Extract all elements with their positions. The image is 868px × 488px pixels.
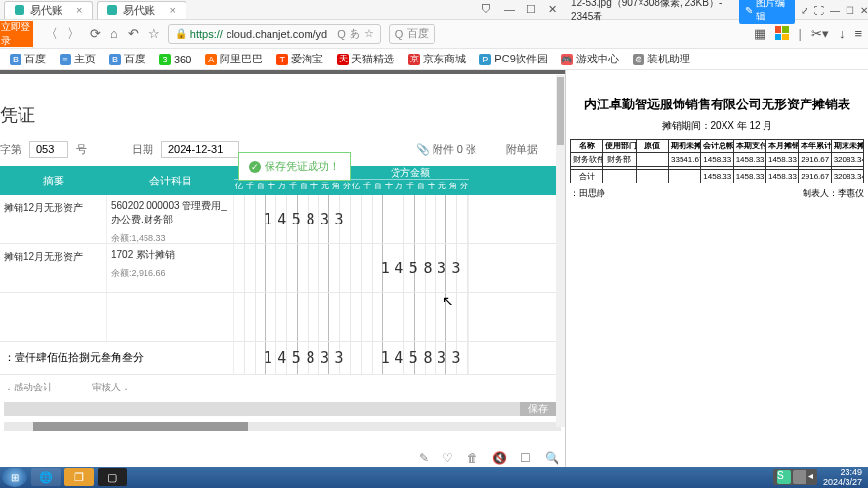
close-icon[interactable]: ×: [76, 4, 82, 16]
voucher-number-input[interactable]: [29, 141, 68, 158]
maximize-icon[interactable]: ☐: [526, 3, 536, 16]
horizontal-scrollbar[interactable]: [4, 422, 561, 431]
minimize-icon[interactable]: —: [830, 5, 840, 16]
taskbar-app-gallery[interactable]: ❐: [64, 468, 94, 486]
address-bar[interactable]: 🔒 https://cloud.chanjet.com/yd Q あ ☆: [168, 24, 381, 44]
tray-icon[interactable]: [793, 470, 806, 484]
screenshot-icon[interactable]: ✂▾: [811, 26, 829, 41]
viewer-filename: 12-53.jpg（907×308像素, 23KB）- 2345看: [571, 0, 733, 23]
foot-left: ：田思静: [570, 187, 605, 200]
apps-icon[interactable]: [775, 26, 789, 40]
total-debit-cell: 145833: [234, 342, 351, 374]
tray-group[interactable]: S ◂: [773, 469, 817, 485]
fullscreen-icon[interactable]: ⛶: [814, 5, 824, 16]
reload-icon[interactable]: ⟳: [90, 26, 101, 41]
start-button[interactable]: ⊞: [2, 468, 27, 487]
bookmark-item[interactable]: PPC9软件园: [479, 52, 547, 66]
vertical-scrollbar[interactable]: [556, 75, 565, 427]
foot-right: 制表人：李惠仪: [803, 187, 864, 200]
toolbar-extras: ▦ | ✂▾ ↓ ≡: [754, 26, 862, 41]
os-title-strip: 易代账 × 易代账 × ⛉ — ☐ ✕ 12-53.jpg（907×308像素,…: [0, 0, 868, 20]
scroll-thumb[interactable]: [557, 77, 564, 145]
save-button[interactable]: 保存: [520, 402, 556, 416]
translate-icon[interactable]: あ: [350, 26, 360, 41]
scroll-thumb[interactable]: [33, 422, 248, 431]
forward-icon[interactable]: 〉: [67, 25, 80, 43]
bookmark-item[interactable]: 天天猫精选: [337, 52, 394, 66]
date-label: 日期: [132, 142, 153, 157]
voucher-row[interactable]: 摊销12月无形资产1702 累计摊销余额:2,916.66145833: [0, 244, 565, 293]
close-icon[interactable]: ✕: [860, 5, 868, 16]
voucher-row[interactable]: 摊销12月无形资产560202.000003 管理费用_办公费.财务部余额:1,…: [0, 195, 565, 244]
browser-tabs: 易代账 × 易代账 × ⛉ — ☐ ✕: [0, 1, 566, 19]
bookmark-item[interactable]: 京京东商城: [408, 52, 466, 66]
bookmark-item[interactable]: B百度: [10, 52, 46, 66]
menu-icon[interactable]: ≡: [854, 26, 862, 41]
search-box[interactable]: Q 百度: [389, 24, 436, 44]
minimize-icon[interactable]: —: [504, 3, 515, 16]
nav-controls: 〈 〉 ⟳ ⌂ ↶ ☆: [45, 25, 160, 43]
tray-icon[interactable]: S: [777, 470, 791, 484]
bookmark-item[interactable]: ⚙装机助理: [633, 52, 690, 66]
browser-tab-1[interactable]: 易代账 ×: [4, 1, 93, 19]
bookmark-icon[interactable]: ☆: [364, 27, 374, 40]
back-icon[interactable]: 〈: [45, 25, 58, 43]
chat-icon[interactable]: ☐: [520, 451, 531, 465]
amort-period: 摊销期间：20XX 年 12 月: [570, 119, 864, 133]
close-icon[interactable]: ✕: [548, 3, 557, 16]
bookmark-item[interactable]: 3360: [159, 54, 191, 65]
sound-icon[interactable]: 🔇: [492, 451, 507, 465]
zoom-icon[interactable]: 🔍: [545, 451, 559, 465]
restore-icon[interactable]: ↶: [128, 26, 139, 41]
star-icon[interactable]: ☆: [148, 26, 160, 41]
voucher-footer: ：感动会计 审核人：: [0, 375, 565, 400]
search-icon[interactable]: Q: [337, 28, 346, 40]
browser-tab-2[interactable]: 易代账 ×: [97, 1, 186, 19]
voucher-date-input[interactable]: [161, 141, 239, 158]
edit-image-button[interactable]: ✎ 图片编辑: [739, 0, 795, 24]
maker: ：感动会计: [4, 381, 53, 394]
bookmark-item[interactable]: 🎮游戏中心: [561, 52, 619, 66]
amort-table: 名称使用部门原值期初未摊销金额会计总帐金额本期支付本月摊销金额本年累计摊销金额期…: [570, 139, 864, 183]
page-tool-icons: ✎ ♡ 🗑 🔇 ☐ 🔍: [419, 451, 559, 465]
home-icon[interactable]: ⌂: [110, 26, 118, 41]
auditor: 审核人：: [92, 381, 131, 394]
save-success-toast: ✓ 保存凭证成功！: [238, 152, 351, 181]
tab-label: 易代账: [123, 3, 155, 18]
trash-icon[interactable]: 🗑: [467, 451, 478, 465]
tab-favicon: [15, 5, 24, 15]
voucher-row-blank[interactable]: [0, 293, 565, 342]
table-row: 合计1458.331458.331458.332916.6732083.34: [571, 170, 864, 183]
taskbar-app-browser[interactable]: 🌐: [31, 468, 61, 486]
col-summary: 摘要: [0, 166, 107, 195]
attachment-link[interactable]: 📎 附件 0 张: [416, 142, 476, 157]
download-icon[interactable]: ↓: [839, 26, 846, 41]
tab-label: 易代账: [30, 3, 62, 18]
wand-icon[interactable]: ✎: [419, 451, 429, 465]
image-viewer-content: 内江卓勤智远服饰销售有限公司无形资产摊销表 摊销期间：20XX 年 12 月 名…: [566, 70, 868, 467]
lock-icon: 🔒: [175, 28, 186, 39]
browser-window-controls: ⛉ — ☐ ✕: [481, 3, 566, 16]
pin-icon[interactable]: ⤢: [801, 5, 808, 16]
bookmark-item[interactable]: ≡主页: [60, 52, 96, 66]
login-button[interactable]: 立即登录: [0, 21, 33, 47]
doc-count-label: 附单据: [506, 142, 538, 157]
windows-taskbar[interactable]: ⊞ 🌐 ❐ ▢ S ◂ 23:49 2024/3/27: [0, 467, 868, 488]
amort-footer: ：田思静 制表人：李惠仪: [570, 187, 864, 200]
qr-icon[interactable]: ▦: [754, 26, 765, 41]
taskbar-clock[interactable]: 23:49 2024/3/27: [823, 468, 862, 487]
heart-icon[interactable]: ♡: [442, 451, 453, 465]
image-viewer-titlebar: 12-53.jpg（907×308像素, 23KB）- 2345看 ✎ 图片编辑…: [571, 0, 868, 20]
shield-icon[interactable]: ⛉: [481, 3, 492, 16]
main-split: 凭证 字第 号 日期 📎 附件 0 张 附单据 1 ✓ 保存凭证成功！ 摘要 会…: [0, 70, 868, 467]
close-icon[interactable]: ×: [169, 4, 175, 16]
bookmark-item[interactable]: B百度: [109, 52, 145, 66]
bookmark-item[interactable]: A阿里巴巴: [205, 52, 263, 66]
total-credit-cell: 145833: [351, 342, 469, 374]
maximize-icon[interactable]: ☐: [846, 5, 854, 16]
total-in-words: ：壹仟肆佰伍拾捌元叁角叁分: [0, 342, 234, 374]
bookmark-item[interactable]: T爱淘宝: [276, 52, 323, 66]
taskbar-app-terminal[interactable]: ▢: [98, 468, 127, 486]
browser-toolbar: 立即登录 〈 〉 ⟳ ⌂ ↶ ☆ 🔒 https://cloud.chanjet…: [0, 20, 868, 49]
col-account: 会计科目: [107, 166, 234, 195]
